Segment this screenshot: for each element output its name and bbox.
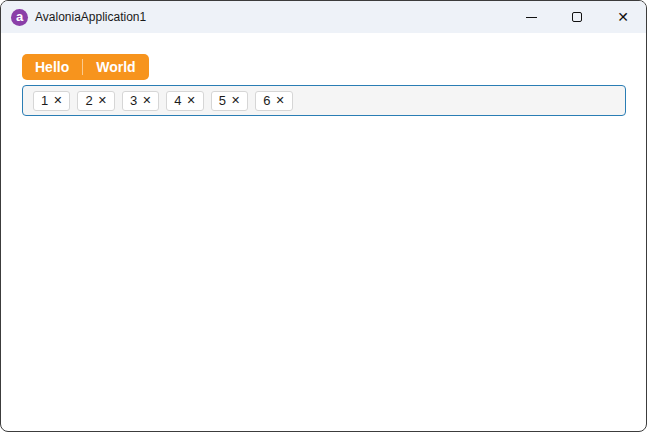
window-caption-controls: ✕ — [508, 1, 646, 33]
app-window: a AvaloniaApplication1 ✕ Hello World 1 — [0, 0, 647, 432]
tag-label: 2 — [85, 93, 92, 108]
maximize-button[interactable] — [554, 1, 600, 33]
maximize-icon — [572, 12, 582, 22]
tag-remove-icon[interactable]: ✕ — [142, 95, 151, 106]
tag-chip: 3 ✕ — [122, 91, 159, 111]
hello-world-button-group: Hello World — [22, 54, 149, 80]
tag-label: 3 — [130, 93, 137, 108]
world-button[interactable]: World — [83, 54, 148, 80]
tag-label: 6 — [263, 93, 270, 108]
tag-label: 5 — [219, 93, 226, 108]
tag-chip: 2 ✕ — [77, 91, 114, 111]
tag-label: 1 — [41, 93, 48, 108]
tag-remove-icon[interactable]: ✕ — [187, 95, 196, 106]
close-button[interactable]: ✕ — [600, 1, 646, 33]
minimize-icon — [526, 17, 537, 18]
tag-remove-icon[interactable]: ✕ — [276, 95, 285, 106]
window-content: Hello World 1 ✕ 2 ✕ 3 ✕ — [1, 33, 646, 116]
hello-button[interactable]: Hello — [22, 54, 82, 80]
tag-chip: 4 ✕ — [166, 91, 203, 111]
window-title: AvaloniaApplication1 — [35, 10, 146, 24]
tag-label: 4 — [174, 93, 181, 108]
tag-remove-icon[interactable]: ✕ — [231, 95, 240, 106]
title-bar[interactable]: a AvaloniaApplication1 ✕ — [1, 1, 646, 33]
tag-remove-icon[interactable]: ✕ — [98, 95, 107, 106]
minimize-button[interactable] — [508, 1, 554, 33]
close-icon: ✕ — [617, 10, 629, 24]
tag-chip: 1 ✕ — [33, 91, 70, 111]
tag-chip: 5 ✕ — [211, 91, 248, 111]
tag-remove-icon[interactable]: ✕ — [53, 95, 62, 106]
tags-input[interactable]: 1 ✕ 2 ✕ 3 ✕ 4 ✕ 5 — [22, 85, 626, 116]
avalonia-app-icon: a — [11, 9, 28, 26]
tag-chip: 6 ✕ — [255, 91, 292, 111]
